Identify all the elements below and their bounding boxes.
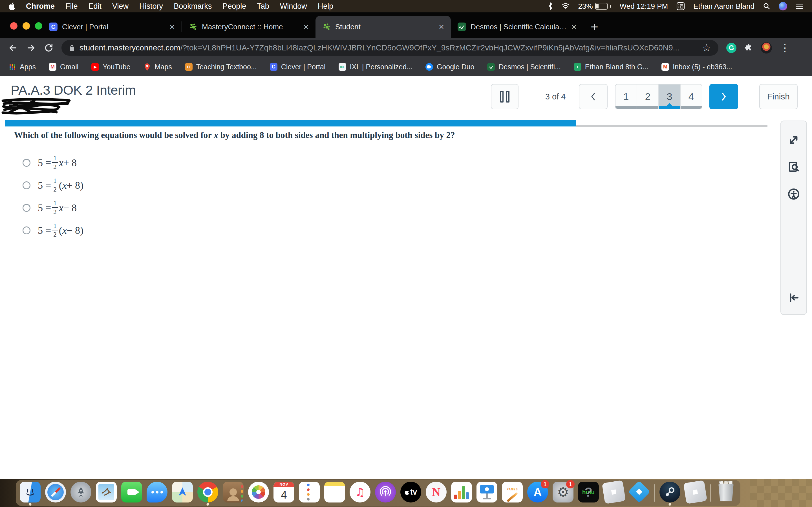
menu-edit[interactable]: Edit	[89, 2, 102, 11]
answer-option-2[interactable]: 5 = 12(x + 8)	[22, 174, 84, 196]
extensions-puzzle-icon[interactable]	[744, 44, 753, 52]
dock-steam-icon[interactable]	[659, 480, 680, 506]
dock-keynote-icon[interactable]	[476, 480, 497, 506]
page-button-4[interactable]: 4	[680, 84, 702, 109]
forward-button[interactable]	[26, 43, 36, 53]
radio-button[interactable]	[22, 226, 31, 234]
answer-option-4[interactable]: 5 = 12(x − 8)	[22, 219, 84, 242]
tab-close-icon[interactable]: ×	[303, 22, 309, 31]
siri-icon[interactable]	[779, 2, 787, 10]
dock-pages-icon[interactable]: PAGES	[502, 480, 523, 506]
menu-history[interactable]: History	[139, 2, 163, 11]
page-button-3-selected[interactable]: 3	[659, 84, 680, 109]
dock-chrome-icon[interactable]	[197, 480, 218, 506]
bookmark-clever-portal[interactable]: C Clever | Portal	[270, 63, 326, 71]
chrome-menu-icon[interactable]: ⋮	[780, 42, 790, 54]
new-tab-button[interactable]: +	[591, 19, 598, 34]
tab-close-icon[interactable]: ×	[571, 22, 576, 31]
answer-option-3[interactable]: 5 = 12x − 8	[22, 196, 84, 219]
menu-window[interactable]: Window	[280, 2, 307, 11]
finish-button[interactable]: Finish	[759, 84, 798, 109]
profile-avatar[interactable]	[761, 42, 772, 54]
address-bar[interactable]: student.masteryconnect.com/?tok=VL8hPH1U…	[61, 40, 718, 56]
page-button-1[interactable]: 1	[615, 84, 637, 109]
tab-close-icon[interactable]: ×	[169, 22, 175, 31]
dock-trash-icon[interactable]	[716, 480, 737, 506]
window-close-button[interactable]	[10, 22, 17, 30]
menu-help[interactable]: Help	[318, 2, 334, 11]
dock-app-store-icon[interactable]: A 1	[527, 480, 548, 506]
radio-button[interactable]	[22, 181, 31, 189]
tab-masteryconnect-home[interactable]: MasteryConnect :: Home ×	[182, 16, 315, 38]
bookmark-teaching-textbooks[interactable]: TT Teaching Textboo...	[185, 63, 257, 71]
dock-safari-icon[interactable]	[45, 480, 66, 506]
dock-numbers-icon[interactable]	[451, 480, 472, 506]
menu-clock[interactable]: Wed 12:19 PM	[620, 2, 668, 11]
dock-roblox-icon[interactable]	[603, 480, 624, 506]
dock-notes-icon[interactable]	[324, 480, 345, 506]
battery-indicator[interactable]: 23%	[578, 2, 611, 11]
input-source-icon[interactable]	[676, 2, 685, 10]
collapse-sidebar-icon[interactable]	[787, 291, 800, 304]
menu-view[interactable]: View	[112, 2, 129, 11]
menu-user-name[interactable]: Ethan Aaron Bland	[693, 2, 755, 11]
accessibility-icon[interactable]	[787, 187, 800, 201]
bookmark-apps[interactable]: Apps	[8, 63, 36, 71]
menu-file[interactable]: File	[65, 2, 78, 11]
dock-roblox-studio-icon[interactable]	[629, 480, 650, 506]
tab-desmos-calculator[interactable]: Desmos | Scientific Calculator ×	[451, 16, 583, 38]
wifi-icon[interactable]	[561, 3, 570, 10]
window-minimize-button[interactable]	[22, 22, 30, 30]
apple-menu-icon[interactable]	[8, 2, 15, 10]
dock-contacts-icon[interactable]	[223, 480, 244, 506]
dock-music-icon[interactable]: ♫	[350, 480, 370, 506]
radio-button[interactable]	[22, 204, 31, 212]
zoom-document-icon[interactable]	[787, 161, 800, 173]
bookmark-star-icon[interactable]: ☆	[702, 42, 711, 54]
bookmark-gmail[interactable]: M Gmail	[49, 63, 79, 71]
notification-center-icon[interactable]	[796, 3, 804, 10]
radio-button[interactable]	[22, 159, 31, 167]
page-button-2[interactable]: 2	[637, 84, 659, 109]
bookmark-desmos[interactable]: Desmos | Scientifi...	[487, 63, 560, 71]
back-button[interactable]	[8, 43, 18, 53]
menu-app-name[interactable]: Chrome	[26, 2, 55, 11]
answer-option-1[interactable]: 5 = 12x + 8	[22, 152, 84, 174]
dock-photos-icon[interactable]	[248, 480, 269, 506]
dock-news-icon[interactable]: N	[426, 480, 447, 506]
tab-clever-portal[interactable]: C Clever | Portal ×	[42, 16, 182, 38]
reload-button[interactable]	[44, 43, 54, 53]
dock-calendar-icon[interactable]: NOV4	[273, 480, 294, 506]
dock-messages-icon[interactable]	[147, 480, 167, 506]
bookmark-maps[interactable]: Maps	[144, 63, 172, 71]
bookmark-ixl[interactable]: IXL IXL | Personalized...	[339, 63, 412, 71]
dock-maps-icon[interactable]	[172, 480, 193, 506]
dock-podcasts-icon[interactable]	[375, 480, 396, 506]
bookmark-youtube[interactable]: ▶ YouTube	[91, 63, 130, 71]
dock-mail-icon[interactable]	[96, 480, 117, 506]
menu-tab[interactable]: Tab	[257, 2, 269, 11]
dock-hulu-icon[interactable]: hulu?	[578, 480, 599, 506]
dock-finder-icon[interactable]	[20, 480, 41, 506]
next-page-button[interactable]	[709, 84, 738, 109]
bookmark-google-duo[interactable]: Google Duo	[425, 63, 474, 71]
dock-facetime-icon[interactable]	[121, 480, 142, 506]
dock-launchpad-icon[interactable]	[70, 480, 91, 506]
menu-people[interactable]: People	[222, 2, 246, 11]
menu-bookmarks[interactable]: Bookmarks	[174, 2, 212, 11]
pause-button[interactable]	[491, 84, 518, 109]
dock-reminders-icon[interactable]	[299, 480, 320, 506]
bookmark-sheets-ethan-bland[interactable]: + Ethan Bland 8th G...	[574, 63, 649, 71]
spotlight-search-icon[interactable]	[763, 3, 770, 10]
fullscreen-expand-icon[interactable]	[787, 133, 800, 147]
dock-apple-tv-icon[interactable]: tv	[400, 480, 421, 506]
grammarly-extension-icon[interactable]: G	[726, 43, 737, 53]
window-zoom-button[interactable]	[35, 22, 42, 30]
tab-close-icon[interactable]: ×	[439, 22, 444, 31]
tab-student-active[interactable]: Student ×	[315, 16, 451, 38]
dock-roblox-2-icon[interactable]	[685, 480, 706, 506]
bluetooth-icon[interactable]	[548, 2, 553, 10]
bookmark-inbox[interactable]: M Inbox (5) - eb363...	[661, 63, 732, 71]
dock-system-preferences-icon[interactable]: ⚙ 1	[553, 480, 573, 506]
previous-page-button[interactable]	[579, 84, 608, 109]
